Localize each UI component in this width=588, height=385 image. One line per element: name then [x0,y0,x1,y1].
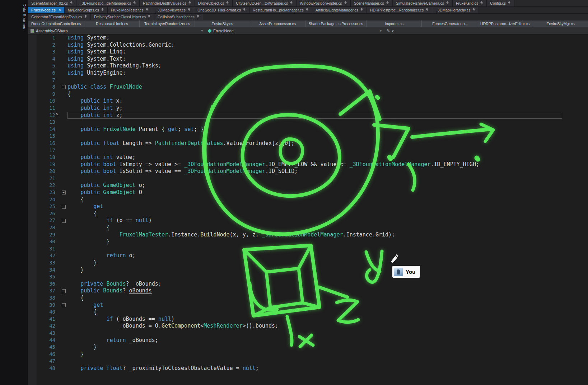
breakpoint-margin[interactable] [28,175,37,182]
breakpoint-margin[interactable] [28,62,37,70]
code-text[interactable]: using System; [67,34,562,42]
breakpoint-margin[interactable] [28,42,37,49]
pin-icon[interactable] [188,1,191,5]
code-text[interactable] [67,133,562,140]
document-tab[interactable]: SceneManager.cs [351,0,393,6]
code-text[interactable]: FruxelMapTester.Instance.BuildNode(x, y,… [67,231,562,239]
code-text[interactable]: } [67,238,562,245]
collapse-icon[interactable]: − [62,303,66,307]
close-icon[interactable]: × [59,8,61,12]
breakpoint-margin[interactable] [28,203,37,210]
breakpoint-margin[interactable] [28,182,37,189]
code-text[interactable]: { [67,91,562,98]
breakpoint-margin[interactable] [28,309,37,316]
code-text[interactable] [67,77,562,84]
code-text[interactable]: public Bounds? oBounds [67,287,562,295]
chevron-down-icon[interactable] [201,29,203,33]
breakpoint-margin[interactable] [28,168,37,175]
breakpoint-margin[interactable] [28,330,37,337]
code-text[interactable]: { [67,210,562,217]
pin-icon[interactable] [188,8,191,12]
document-tab[interactable]: Importer.cs [367,20,422,27]
breakpoint-margin[interactable] [28,154,37,161]
document-tab[interactable]: FruxelGrid.cs [453,0,487,6]
code-line[interactable]: 19 public bool IsEmpty => value >= _3DFo… [28,161,588,168]
code-line[interactable]: 45 } [28,344,588,351]
code-text[interactable]: public float Length => PathfinderDepthVa… [67,140,562,147]
document-tab[interactable]: ShaderPackage...stProcessor.cs [305,20,367,27]
breakpoint-margin[interactable] [28,140,37,147]
document-tab[interactable]: SimulatedFisheyeCamera.cs [393,0,453,6]
breakpoint-margin[interactable] [28,337,37,344]
document-tab[interactable]: SceneManager_02.cs [28,0,76,6]
document-tab[interactable]: DroneObject.cs [195,0,233,6]
pin-icon[interactable] [84,15,87,19]
breakpoint-margin[interactable] [28,70,37,77]
code-text[interactable]: } [67,267,562,274]
code-text[interactable]: { [67,295,562,302]
code-area[interactable]: 1using System;2using System.Collections.… [28,34,588,372]
code-line[interactable]: 22 public GameObject o; [28,182,588,189]
document-tab[interactable]: EnviroSky.cs [195,20,250,27]
code-text[interactable]: private float? _proximityToClosestObstac… [67,365,562,372]
pin-icon[interactable] [480,1,483,5]
breakpoint-margin[interactable] [28,98,37,105]
code-line[interactable]: 7 [28,77,588,84]
code-text[interactable] [67,358,562,365]
breakpoint-margin[interactable] [28,112,37,119]
breakpoint-margin[interactable] [28,224,37,231]
breakpoint-margin[interactable] [28,196,37,203]
code-text[interactable]: { [67,309,562,316]
breakpoint-margin[interactable] [28,133,37,140]
code-line[interactable]: 37− public Bounds? oBounds [28,287,588,295]
code-text[interactable] [67,245,562,253]
document-tab[interactable]: DeliverySurfaceClassHelper.cs [91,14,154,20]
document-tab[interactable]: EnviroSkyMgr.cs [533,20,588,27]
document-tab[interactable]: FruxelMapTester.cs [108,7,152,13]
code-line[interactable]: 14 public FruxelNode Parent { get; set; … [28,126,588,133]
document-tab[interactable]: RestaurantHook.cs [84,20,140,27]
code-line[interactable]: 42 _oBounds = O.GetComponent<MeshRendere… [28,323,588,330]
document-tab[interactable]: FencesGenerator.cs [422,20,477,27]
code-line[interactable]: 34 } [28,267,588,274]
document-tab[interactable]: HDRPPostproc...Randomizer.cs [367,7,432,13]
code-text[interactable]: get [67,203,562,210]
pin-icon[interactable] [386,1,389,5]
code-line[interactable]: 35 [28,273,588,281]
code-text[interactable]: public GameObject O [67,189,562,196]
code-text[interactable]: using UnityEngine; [67,70,562,77]
breakpoint-margin[interactable] [28,287,37,295]
code-line[interactable]: 38 { [28,295,588,302]
document-tab[interactable]: _3DFoundatio...delManager.cs [76,0,140,6]
code-text[interactable]: { [67,224,562,231]
code-line[interactable]: 40 { [28,309,588,316]
code-text[interactable] [67,147,562,154]
breakpoint-margin[interactable] [28,344,37,351]
code-line[interactable]: 13 [28,119,588,126]
code-text[interactable]: public int x; [67,98,562,105]
document-tab[interactable]: CityGen3DGen...torWrapper.cs [233,0,297,6]
code-text[interactable]: public bool IsEmpty => value >= _3DFound… [67,161,562,168]
code-line[interactable]: 39− get [28,302,588,309]
document-tab[interactable]: HDRPPostproc...izerEditor.cs [477,20,533,27]
code-text[interactable] [67,273,562,281]
code-line[interactable]: 36 private Bounds? _oBounds; [28,281,588,288]
code-text[interactable]: if (o == null) [67,217,562,224]
code-line[interactable]: 44 return _oBounds; [28,337,588,344]
pin-icon[interactable] [197,15,200,19]
pin-icon[interactable] [426,8,429,12]
code-text[interactable]: using System.Collections.Generic; [67,42,562,49]
document-tab[interactable]: Generator2ExportMapTools.cs [28,14,91,20]
document-tab[interactable]: RestaurantHo...pleManager.cs [249,7,312,13]
type-dropdown[interactable]: FruxelNode [205,27,384,34]
breakpoint-margin[interactable] [28,126,37,133]
breakpoint-margin[interactable] [28,365,37,372]
breakpoint-margin[interactable] [28,84,37,91]
breakpoint-margin[interactable] [28,295,37,302]
code-line[interactable]: 48 private float? _proximityToClosestObs… [28,365,588,372]
code-line[interactable]: 3using System.Linq; [28,48,588,56]
document-tab[interactable]: CollisionSubscriber.cs [154,14,203,20]
code-line[interactable]: 24 { [28,196,588,203]
code-text[interactable]: get [67,302,562,309]
breakpoint-margin[interactable] [28,267,37,274]
